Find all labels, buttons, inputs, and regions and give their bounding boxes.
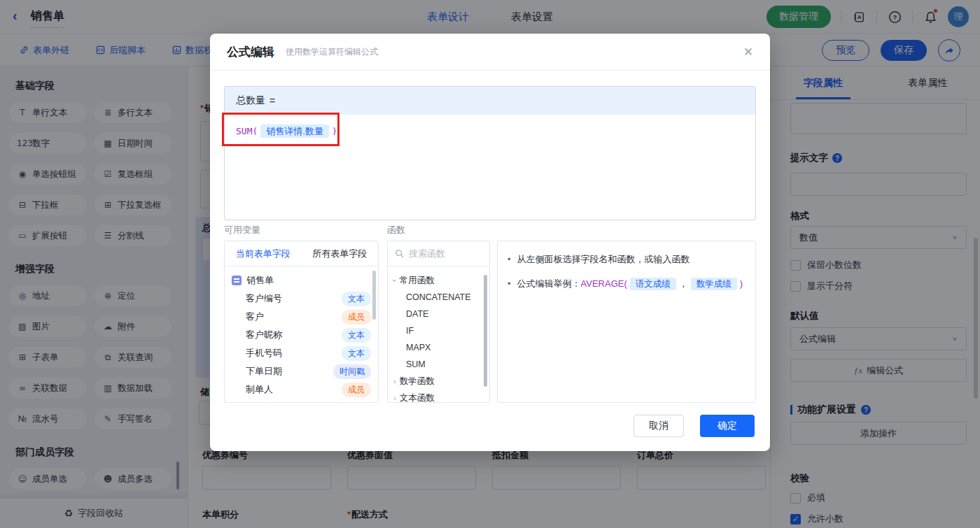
variable-field-row[interactable]: 客户成员 — [232, 308, 371, 326]
function-group-row[interactable]: ›数学函数 — [393, 373, 484, 390]
help-tip: • 从左侧面板选择字段名和函数，或输入函数 — [507, 252, 746, 267]
field-type-badge: 文本 — [342, 346, 371, 361]
variable-name: 客户编号 — [246, 292, 282, 305]
functions-label: 函数 — [387, 224, 405, 236]
variable-field-row[interactable]: 制单人成员 — [232, 380, 371, 399]
functions-scrollbar[interactable] — [484, 275, 487, 387]
variable-name: 手机号码 — [246, 347, 282, 359]
variables-tabs: 当前表单字段 所有表单字段 — [225, 241, 378, 266]
field-type-badge: 成员 — [342, 310, 371, 324]
function-item[interactable]: SUM — [393, 356, 484, 373]
function-item[interactable]: MAPX — [393, 339, 484, 356]
field-type-badge: 时间戳 — [333, 364, 371, 379]
function-group-label: 数学函数 — [400, 376, 435, 387]
field-type-badge: 文本 — [342, 328, 371, 343]
function-search[interactable] — [388, 241, 489, 266]
variable-name: 客户昵称 — [246, 329, 282, 341]
dialog-subtitle: 使用数学运算符编辑公式 — [286, 46, 378, 58]
variable-name: 客户 — [246, 311, 264, 323]
variable-field-row[interactable]: 客户昵称文本 — [232, 326, 371, 344]
help-example: • 公式编辑举例：AVERAGE(语文成绩，数学成绩) — [507, 276, 746, 292]
example-field-token: 数学成绩 — [691, 278, 737, 290]
variables-panel: 当前表单字段 所有表单字段 销售单 客户编号文本客户成员客户昵称文本手机号码文本… — [224, 241, 379, 403]
function-group-label: 文本函数 — [400, 392, 435, 404]
variable-name: 下单日期 — [246, 365, 282, 378]
dialog-header: 公式编辑 使用数学运算符编辑公式 ✕ — [210, 34, 770, 71]
dialog-title: 公式编辑 — [227, 44, 274, 60]
variables-label: 可用变量 — [224, 224, 260, 236]
tree-chevron-icon: › — [391, 279, 399, 282]
functions-panel: ›常用函数CONCATENATEDATEIFMAPXSUM›数学函数›文本函数 — [387, 241, 490, 403]
formula-help-panel: • 从左侧面板选择字段名和函数，或输入函数 • 公式编辑举例：AVERAGE(语… — [497, 241, 756, 403]
function-search-input[interactable] — [409, 248, 479, 259]
function-group-row[interactable]: ›文本函数 — [393, 390, 484, 403]
formula-edit-dialog: 公式编辑 使用数学运算符编辑公式 ✕ 总数量 = SUM(销售详情.数量) 可用… — [210, 34, 770, 451]
tree-chevron-icon: › — [393, 394, 396, 402]
form-doc-icon — [232, 276, 241, 285]
function-item[interactable]: IF — [393, 322, 484, 339]
close-icon[interactable]: ✕ — [743, 45, 753, 59]
example-function-name: AVERAGE( — [581, 278, 627, 289]
cancel-button[interactable]: 取消 — [634, 415, 684, 437]
tree-chevron-icon: › — [393, 377, 396, 385]
formula-input-area[interactable]: SUM(销售详情.数量) — [225, 115, 755, 148]
variable-root-row[interactable]: 销售单 — [232, 271, 371, 290]
formula-result-bar: 总数量 = — [225, 87, 755, 115]
function-item[interactable]: CONCATENATE — [393, 289, 484, 306]
variables-scrollbar[interactable] — [372, 271, 376, 320]
example-field-token: 语文成绩 — [630, 278, 676, 290]
function-name: SUM( — [236, 126, 258, 136]
function-item[interactable]: DATE — [393, 306, 484, 322]
tab-current-form-fields[interactable]: 当前表单字段 — [225, 241, 302, 266]
variable-field-row[interactable]: 手机号码文本 — [232, 344, 371, 362]
function-group-row[interactable]: ›常用函数 — [393, 272, 484, 289]
variable-name: 制单人 — [246, 383, 273, 396]
variable-field-row[interactable]: 下单日期时间戳 — [232, 362, 371, 380]
confirm-button[interactable]: 确定 — [700, 415, 755, 437]
formula-editor: 总数量 = SUM(销售详情.数量) — [224, 86, 756, 220]
variable-field-row[interactable]: 客户编号文本 — [232, 290, 371, 308]
field-type-badge: 成员 — [342, 383, 371, 397]
search-icon — [395, 249, 404, 258]
function-group-label: 常用函数 — [400, 275, 435, 287]
tab-all-form-fields[interactable]: 所有表单字段 — [302, 241, 379, 266]
field-type-badge: 文本 — [342, 292, 371, 306]
field-token[interactable]: 销售详情.数量 — [260, 124, 329, 138]
